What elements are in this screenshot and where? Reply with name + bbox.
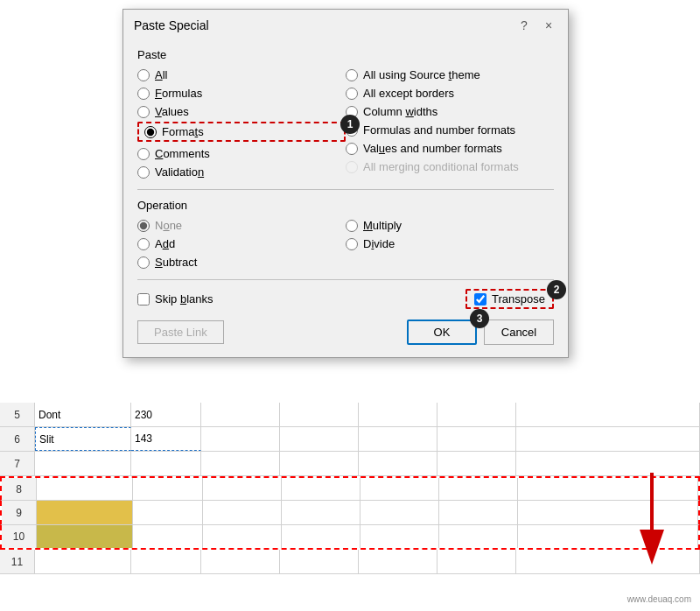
arrow-indicator: [621, 464, 682, 569]
paste-link-button[interactable]: Paste Link: [137, 320, 224, 344]
radio-formulas[interactable]: Formulas: [137, 85, 346, 102]
radio-comments-label: Comments: [155, 147, 210, 160]
cell-8-1[interactable]: [37, 478, 133, 500]
cell-7-5[interactable]: [359, 452, 438, 475]
skip-blanks-checkbox[interactable]: [137, 293, 150, 306]
radio-all-source-theme-input[interactable]: [346, 69, 358, 81]
radio-add[interactable]: Add: [137, 235, 346, 252]
cell-6-7[interactable]: [516, 427, 700, 451]
cell-9-4[interactable]: [282, 501, 360, 524]
close-icon[interactable]: ×: [540, 17, 557, 34]
cell-9-3[interactable]: [203, 501, 282, 524]
cell-8-5[interactable]: [360, 478, 439, 500]
cell-7-4[interactable]: [280, 452, 359, 475]
radio-validation-input[interactable]: [137, 166, 150, 179]
radio-none-input[interactable]: [137, 220, 150, 232]
cell-11-1[interactable]: [35, 550, 131, 573]
transpose-checkbox[interactable]: [474, 293, 486, 306]
cell-7-6[interactable]: [438, 452, 516, 475]
radio-column-widths[interactable]: Column widths: [346, 103, 554, 120]
radio-formulas-input[interactable]: [137, 88, 150, 100]
radio-all[interactable]: All: [137, 67, 346, 83]
operation-options-right: Multiply Divide: [346, 217, 554, 270]
radio-values[interactable]: Values: [137, 103, 346, 120]
dialog-title: Paste Special: [134, 18, 209, 32]
cell-10-1[interactable]: [37, 525, 133, 548]
cell-8-2[interactable]: [133, 478, 203, 500]
divider-1: [137, 189, 554, 190]
row-header-8: 8: [2, 478, 37, 500]
cell-5-5[interactable]: [359, 403, 438, 426]
cell-9-1[interactable]: [37, 501, 133, 524]
operation-options-left: None Add Subtract: [137, 217, 346, 270]
radio-subtract-input[interactable]: [137, 256, 150, 269]
radio-divide-label: Divide: [363, 237, 395, 250]
cell-5-4[interactable]: [280, 403, 359, 426]
radio-none[interactable]: None: [137, 217, 346, 234]
help-icon[interactable]: ?: [515, 17, 533, 34]
cell-6-1[interactable]: Slit: [35, 427, 131, 451]
ok-button[interactable]: OK: [407, 320, 477, 345]
radio-multiply-input[interactable]: [346, 220, 358, 232]
cell-11-2[interactable]: [131, 550, 201, 573]
cell-6-2[interactable]: 143: [131, 427, 201, 451]
radio-all-merging[interactable]: All merging conditional formats: [346, 158, 554, 175]
radio-add-input[interactable]: [137, 238, 150, 250]
radio-divide-input[interactable]: [346, 238, 358, 250]
cell-10-6[interactable]: [439, 525, 518, 548]
cell-6-4[interactable]: [280, 427, 359, 451]
operation-options: None Add Subtract Multiply: [137, 217, 554, 270]
radio-divide[interactable]: Divide: [346, 235, 554, 252]
radio-formulas-number-formats[interactable]: Formulas and number formats: [346, 122, 554, 138]
cancel-button[interactable]: Cancel: [484, 320, 554, 345]
radio-values-number-formats[interactable]: Values and number formats: [346, 140, 554, 157]
table-row: 11: [0, 550, 700, 574]
skip-blanks-item[interactable]: Skip blanks: [137, 292, 214, 306]
cell-11-5[interactable]: [359, 550, 438, 573]
cell-11-3[interactable]: [201, 550, 280, 573]
transpose-item[interactable]: Transpose: [466, 289, 554, 309]
cell-5-2[interactable]: 230: [131, 403, 201, 426]
radio-multiply[interactable]: Multiply: [346, 217, 554, 234]
cell-6-6[interactable]: [438, 427, 516, 451]
row-header-9: 9: [2, 501, 37, 524]
cell-11-4[interactable]: [280, 550, 359, 573]
cell-10-5[interactable]: [360, 525, 439, 548]
cell-5-6[interactable]: [438, 403, 516, 426]
row-header-6: 6: [0, 427, 35, 451]
radio-values-input[interactable]: [137, 106, 150, 118]
radio-all-merging-input: [346, 161, 358, 173]
cell-9-5[interactable]: [360, 501, 439, 524]
cell-6-3[interactable]: [201, 427, 280, 451]
radio-values-number-formats-input[interactable]: [346, 143, 358, 155]
cell-7-1[interactable]: [35, 452, 131, 475]
cell-10-3[interactable]: [203, 525, 282, 548]
cell-5-1[interactable]: Dont: [35, 403, 131, 426]
radio-comments[interactable]: Comments: [137, 145, 346, 162]
cell-11-6[interactable]: [438, 550, 516, 573]
cell-7-3[interactable]: [201, 452, 280, 475]
cell-7-2[interactable]: [131, 452, 201, 475]
radio-comments-input[interactable]: [137, 148, 150, 160]
cell-10-4[interactable]: [282, 525, 360, 548]
radio-validation[interactable]: Validation: [137, 164, 346, 180]
cell-8-3[interactable]: [203, 478, 282, 500]
radio-multiply-label: Multiply: [363, 219, 402, 232]
table-row: 7: [0, 452, 700, 476]
cell-10-2[interactable]: [133, 525, 203, 548]
cell-8-4[interactable]: [282, 478, 360, 500]
radio-all-except-borders[interactable]: All except borders: [346, 85, 554, 102]
radio-formats[interactable]: Formats: [137, 122, 346, 142]
cell-9-2[interactable]: [133, 501, 203, 524]
radio-all-input[interactable]: [137, 69, 150, 81]
radio-all-source-theme[interactable]: All using Source theme: [346, 67, 554, 83]
cell-9-6[interactable]: [439, 501, 518, 524]
cell-6-5[interactable]: [359, 427, 438, 451]
cell-5-7[interactable]: [516, 403, 700, 426]
divider-2: [137, 279, 554, 280]
cell-8-6[interactable]: [439, 478, 518, 500]
radio-all-except-borders-input[interactable]: [346, 88, 358, 100]
radio-formats-input[interactable]: [144, 126, 157, 138]
radio-subtract[interactable]: Subtract: [137, 254, 346, 270]
cell-5-3[interactable]: [201, 403, 280, 426]
